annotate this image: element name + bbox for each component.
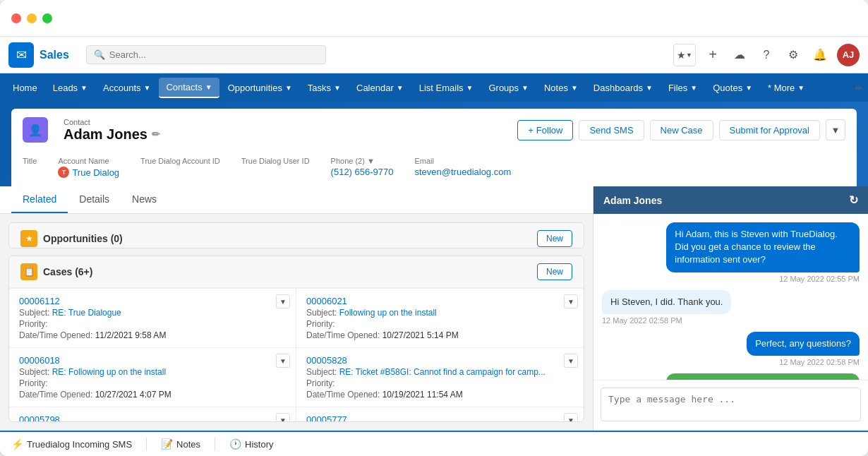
nav-more-label: * More [768, 83, 795, 93]
chat-refresh-button[interactable]: ↻ [849, 193, 858, 207]
chevron-down-icon: ▼ [205, 83, 212, 91]
td-user-id-label: True Dialog User ID [241, 157, 310, 165]
case-dropdown-5[interactable]: ▼ [564, 413, 578, 422]
case-subject-label-3: Subject: [306, 367, 337, 377]
follow-button[interactable]: + Follow [517, 120, 573, 140]
bottom-sms-item[interactable]: ⚡ Truedialog Incoming SMS [11, 438, 132, 450]
nav-opportunities-label: Opportunities [228, 83, 282, 93]
bottom-history-item[interactable]: 🕐 History [229, 438, 273, 450]
case-date-label-0: Date/Time Opened: [19, 330, 92, 340]
edit-icon[interactable]: ✏ [152, 128, 160, 140]
settings-button[interactable]: ⚙ [783, 45, 803, 65]
field-td-user-id: True Dialog User ID [241, 157, 310, 178]
case-subject-text-2[interactable]: RE: Following up on the install [52, 367, 166, 377]
help-button[interactable]: ? [757, 45, 776, 65]
contact-header-card: 👤 Contact Adam Jones ✏ + Follow Send SMS… [11, 109, 857, 151]
nav-list-emails[interactable]: List Emails ▼ [412, 78, 481, 97]
cases-title: Cases (6+) [43, 266, 537, 277]
notes-icon: 📝 [161, 438, 173, 450]
bottom-bar: ⚡ Truedialog Incoming SMS 📝 Notes 🕐 Hist… [0, 431, 868, 456]
chevron-down-icon: ▼ [144, 84, 151, 92]
msg-time-1: 12 May 2022 02:58 PM [602, 316, 682, 325]
msg-bubble-1: Hi Steven, I did. Thank you. [602, 290, 731, 314]
case-link-5[interactable]: 00005777 [306, 414, 347, 422]
nav-more[interactable]: * More ▼ [761, 78, 812, 97]
notifications-button[interactable]: 🔔 [810, 45, 830, 65]
app-name: Sales [40, 49, 69, 61]
add-button[interactable]: + [703, 45, 723, 65]
chevron-down-icon: ▼ [690, 84, 697, 92]
tab-news[interactable]: News [121, 186, 168, 213]
case-link-2[interactable]: 00006018 [19, 355, 60, 366]
case-link-0[interactable]: 00006112 [19, 296, 60, 306]
nav-dashboards[interactable]: Dashboards ▼ [586, 78, 660, 97]
avatar[interactable]: AJ [837, 44, 860, 66]
new-opportunity-button[interactable]: New [537, 230, 572, 247]
case-date-label-2: Date/Time Opened: [19, 390, 92, 400]
case-link-3[interactable]: 00005828 [306, 355, 347, 366]
chevron-down-icon: ▼ [646, 84, 653, 92]
case-dropdown-4[interactable]: ▼ [276, 413, 290, 422]
new-case-section-button[interactable]: New [537, 263, 572, 280]
bottom-notes-item[interactable]: 📝 Notes [161, 438, 200, 450]
cases-header: 📋 Cases (6+) New [9, 256, 584, 288]
close-button[interactable] [11, 13, 21, 23]
case-subject-text-0[interactable]: RE: True Dialogue [52, 308, 121, 318]
top-nav: ✉ Sales 🔍 ★ ▼ + ☁ ? ⚙ 🔔 AJ [0, 37, 868, 73]
case-link-4[interactable]: 00005798 [19, 414, 60, 422]
chevron-down-icon: ▼ [686, 52, 692, 59]
msg-time-2: 12 May 2022 02:58 PM [779, 358, 860, 366]
opportunities-header: ★ Opportunities (0) New [9, 223, 584, 248]
star-favorites-button[interactable]: ★ ▼ [673, 44, 696, 66]
tab-related[interactable]: Related [11, 186, 68, 213]
left-panel: Related Details News ★ Opportunities (0)… [0, 186, 593, 431]
email-value[interactable]: steven@truedialog.com [415, 167, 512, 177]
nav-tasks[interactable]: Tasks ▼ [301, 78, 348, 97]
account-name-value[interactable]: T True Dialog [58, 167, 119, 178]
case-date-2: Date/Time Opened: 10/27/2021 4:07 PM [19, 390, 286, 400]
nav-files[interactable]: Files ▼ [661, 78, 704, 97]
nav-icons: ★ ▼ + ☁ ? ⚙ 🔔 AJ [673, 44, 860, 66]
contact-info: Contact Adam Jones ✏ [64, 118, 160, 143]
nav-groups[interactable]: Groups ▼ [481, 78, 536, 97]
new-case-button[interactable]: New Case [650, 120, 713, 140]
phone-value[interactable]: (512) 656-9770 [331, 167, 394, 177]
nav-home[interactable]: Home [6, 78, 44, 97]
nav-leads[interactable]: Leads ▼ [46, 78, 95, 97]
actions-dropdown-button[interactable]: ▼ [826, 119, 845, 140]
case-dropdown-1[interactable]: ▼ [564, 294, 578, 308]
app-icon[interactable]: ✉ [8, 42, 34, 68]
case-dropdown-0[interactable]: ▼ [276, 294, 290, 308]
case-date-label-3: Date/Time Opened: [306, 390, 380, 400]
case-subject-2: Subject: RE: Following up on the install [19, 367, 286, 377]
tab-details[interactable]: Details [68, 186, 121, 213]
nav-contacts[interactable]: Contacts ▼ [159, 78, 219, 98]
case-dropdown-3[interactable]: ▼ [564, 354, 578, 368]
contact-fields-row: Title Account Name T True Dialog True Di… [11, 151, 857, 186]
case-item-0: 00006112 ▼ Subject: RE: True Dialogue Pr… [9, 289, 296, 348]
case-dropdown-2[interactable]: ▼ [276, 354, 290, 368]
field-email: Email steven@truedialog.com [415, 157, 512, 178]
send-sms-button[interactable]: Send SMS [579, 120, 644, 140]
nav-quotes[interactable]: Quotes ▼ [706, 78, 759, 97]
nav-opportunities[interactable]: Opportunities ▼ [221, 78, 299, 97]
case-subject-label-0: Subject: [19, 308, 49, 318]
search-input[interactable] [109, 49, 318, 60]
nav-calendar[interactable]: Calendar ▼ [349, 78, 411, 97]
submit-approval-button[interactable]: Submit for Approval [719, 120, 820, 140]
chat-message-input[interactable] [601, 388, 861, 421]
case-priority-label-2: Priority: [19, 378, 48, 388]
nav-accounts[interactable]: Accounts ▼ [96, 78, 157, 97]
maximize-button[interactable] [42, 13, 52, 23]
case-link-1[interactable]: 00006021 [306, 296, 347, 306]
minimize-button[interactable] [27, 13, 37, 23]
phone-label: Phone (2) ▼ [331, 157, 394, 165]
phone-dropdown-icon[interactable]: ▼ [367, 157, 375, 165]
edit-page-icon[interactable]: ✏ [855, 83, 862, 93]
case-subject-label-1: Subject: [306, 308, 337, 318]
case-subject-text-1[interactable]: Following up on the install [339, 308, 437, 318]
case-subject-text-3[interactable]: RE: Ticket #B58GI: Cannot find a campaig… [339, 367, 545, 377]
case-subject-0: Subject: RE: True Dialogue [19, 308, 286, 318]
nav-notes[interactable]: Notes ▼ [537, 78, 585, 97]
nav-notes-label: Notes [544, 83, 568, 93]
